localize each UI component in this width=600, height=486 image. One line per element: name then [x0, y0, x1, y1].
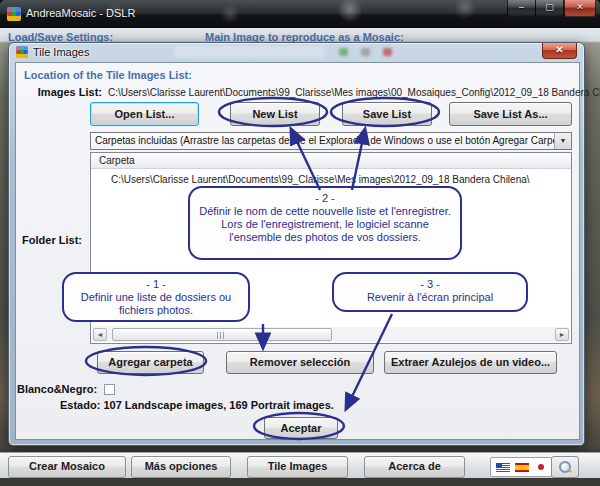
folders-dropdown-value: Carpetas incluidas (Arrastre las carpeta… [95, 135, 570, 146]
extract-tiles-video-button[interactable]: Extraer Azulejos de un video... [384, 351, 557, 374]
close-button[interactable]: ✕ [564, 0, 596, 17]
status-value: 107 Landscape images, 169 Portrait image… [103, 399, 334, 411]
scrollbar-thumb[interactable] [112, 328, 332, 341]
dialog-title: Tile Images [33, 46, 89, 58]
bottom-toolbar: Crear Mosaico Más opciones Tile Images A… [0, 452, 600, 478]
remove-selection-button[interactable]: Remover selección [226, 351, 374, 374]
background-blur-dot [383, 48, 392, 56]
callout-2-text: Définir le nom de cette nouvelle liste e… [199, 205, 451, 243]
open-list-button[interactable]: Open List... [90, 102, 199, 126]
save-list-as-button[interactable]: Save List As... [449, 102, 572, 126]
callout-1-number: - 1 - [72, 278, 240, 291]
dialog-titlebar: Tile Images ✕ [9, 43, 584, 62]
callout-step-3: - 3 - Revenir à l'écran principal [332, 272, 528, 312]
maximize-button[interactable]: ▢ [535, 0, 564, 17]
scroll-right-icon[interactable]: ► [555, 328, 569, 341]
dialog-close-button[interactable]: ✕ [542, 43, 577, 59]
magnifier-icon [559, 461, 571, 473]
minimize-button[interactable]: – [507, 0, 536, 17]
background-blur-artifact [174, 46, 324, 58]
callout-step-2: - 2 - Définir le nom de cette nouvelle l… [188, 186, 462, 260]
background-blur-dot [361, 48, 370, 56]
section-title: Location of the Tile Images List: [24, 69, 192, 81]
black-white-label: Blanco&Negro: [17, 383, 97, 395]
callout-2-number: - 2 - [198, 192, 452, 205]
black-white-checkbox[interactable] [104, 384, 115, 395]
save-list-button[interactable]: Save List [342, 102, 432, 126]
create-mosaic-button[interactable]: Crear Mosaico [8, 456, 126, 478]
background-blur-dot [339, 48, 348, 56]
status-text: Estado: 107 Landscape images, 169 Portra… [60, 399, 334, 411]
callout-3-number: - 3 - [342, 278, 518, 291]
window-titlebar: AndreaMosaic - DSLR – ▢ ✕ [0, 0, 600, 28]
images-list-path: C:\Users\Clarisse Laurent\Documents\99_C… [108, 87, 600, 98]
accept-button[interactable]: Aceptar [264, 417, 338, 439]
scrollbar-grip [217, 332, 226, 339]
folder-list-label: Folder List: [16, 234, 82, 246]
callout-step-1: - 1 - Definir une liste de dossiers ou f… [62, 272, 250, 322]
language-selector[interactable] [490, 457, 552, 477]
app-mosaic-icon [7, 7, 21, 21]
tile-images-button[interactable]: Tile Images [247, 456, 348, 478]
es-flag-icon[interactable] [515, 463, 529, 472]
folder-list-column-header: Carpeta [91, 153, 571, 169]
images-list-label: Images List: [24, 86, 102, 98]
us-flag-icon[interactable] [496, 463, 510, 472]
add-folder-button[interactable]: Agregar carpeta [97, 351, 204, 374]
callout-3-text: Revenir à l'écran principal [367, 291, 493, 303]
chevron-down-icon[interactable]: ▼ [554, 133, 571, 149]
folders-dropdown[interactable]: Carpetas incluidas (Arrastre las carpeta… [90, 132, 572, 150]
window-title: AndreaMosaic - DSLR [26, 7, 135, 19]
dialog-mosaic-icon [16, 46, 28, 58]
horizontal-scrollbar[interactable]: ◄ ► [92, 327, 570, 342]
scroll-left-icon[interactable]: ◄ [93, 328, 107, 341]
folder-list-row[interactable]: C:\Users\Clarisse Laurent\Documents\99_C… [111, 174, 530, 185]
magnifier-button[interactable] [551, 456, 579, 478]
status-label: Estado: [60, 399, 100, 411]
callout-1-text: Definir une liste de dossiers ou fichier… [81, 291, 231, 316]
more-options-button[interactable]: Más opciones [131, 456, 231, 478]
new-list-button[interactable]: New List [230, 102, 320, 126]
about-button[interactable]: Acerca de [364, 456, 465, 478]
jp-flag-icon[interactable] [535, 463, 546, 472]
